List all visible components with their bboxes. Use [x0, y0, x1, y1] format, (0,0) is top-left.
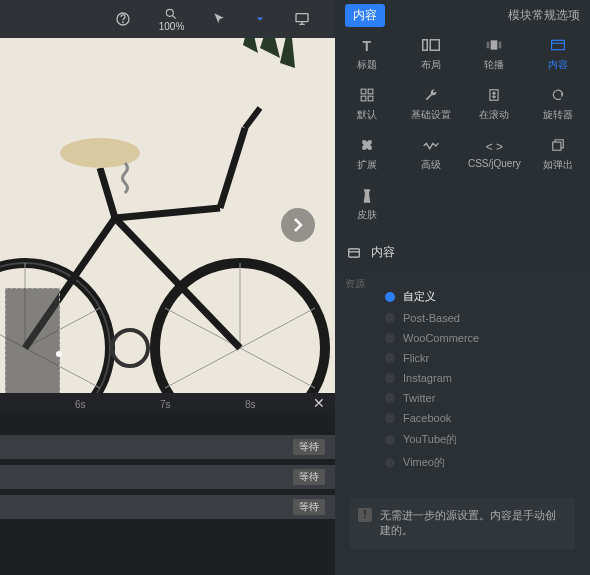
- tab-标题[interactable]: T标题: [335, 30, 399, 80]
- svg-rect-29: [499, 42, 502, 49]
- layout-icon: [422, 38, 440, 54]
- section-header-content[interactable]: 内容: [335, 234, 590, 271]
- timeline-tracks[interactable]: 等待 等待 等待: [0, 415, 335, 575]
- source-option[interactable]: YouTube的: [385, 428, 580, 451]
- tab-label: 标题: [357, 58, 377, 72]
- tab-CSS/jQuery[interactable]: < >CSS/jQuery: [463, 130, 527, 180]
- content-section-icon: [347, 246, 361, 260]
- svg-rect-34: [361, 96, 366, 101]
- radio-icon: [385, 373, 395, 383]
- source-options: 资源 自定义Post-BasedWooCommerceFlickrInstagr…: [335, 271, 590, 488]
- code-icon: < >: [486, 138, 503, 154]
- dropdown-tool[interactable]: [254, 13, 266, 25]
- help-icon[interactable]: [115, 11, 131, 27]
- tab-扩展[interactable]: 扩展: [335, 130, 399, 180]
- svg-rect-27: [491, 40, 498, 49]
- zoom-tool[interactable]: 100%: [159, 7, 185, 32]
- radio-icon: [385, 413, 395, 423]
- tab-grid: T标题布局轮播内容默认基础设置在滚动旋转器扩展高级< >CSS/jQuery如弹…: [335, 30, 590, 230]
- source-option[interactable]: Flickr: [385, 348, 580, 368]
- tab-label: 布局: [421, 58, 441, 72]
- radio-icon: [385, 458, 395, 468]
- carousel-icon: [486, 38, 502, 54]
- pointer-tool[interactable]: [212, 12, 226, 26]
- desktop-icon[interactable]: [294, 11, 310, 27]
- radio-icon: [385, 313, 395, 323]
- svg-rect-28: [487, 42, 490, 49]
- info-text: 无需进一步的源设置。内容是手动创建的。: [380, 509, 556, 536]
- tab-轮播[interactable]: 轮播: [463, 30, 527, 80]
- track-row[interactable]: 等待: [0, 435, 335, 459]
- svg-rect-26: [430, 40, 439, 51]
- track-row[interactable]: 等待: [0, 465, 335, 489]
- source-option[interactable]: Twitter: [385, 388, 580, 408]
- tab-label: 高级: [421, 158, 441, 172]
- popup-icon: [551, 138, 565, 154]
- radio-icon: [385, 393, 395, 403]
- option-label: YouTube的: [403, 432, 457, 447]
- T-icon: T: [363, 38, 372, 54]
- wrench-icon: [424, 88, 438, 104]
- option-label: 自定义: [403, 289, 436, 304]
- tab-旋转器[interactable]: 旋转器: [526, 80, 590, 130]
- source-option[interactable]: WooCommerce: [385, 328, 580, 348]
- tab-label: 如弹出: [543, 158, 573, 172]
- radio-icon: [385, 353, 395, 363]
- tab-布局[interactable]: 布局: [399, 30, 463, 80]
- close-icon[interactable]: ✕: [313, 395, 325, 411]
- tab-label: 在滚动: [479, 108, 509, 122]
- tab-如弹出[interactable]: 如弹出: [526, 130, 590, 180]
- source-label: 资源: [345, 277, 365, 291]
- option-label: Twitter: [403, 392, 435, 404]
- wave-icon: [423, 138, 439, 154]
- svg-rect-30: [552, 40, 565, 49]
- section-title: 内容: [371, 244, 395, 261]
- radio-icon: [385, 435, 395, 445]
- spinner-icon: [551, 88, 565, 104]
- scroll-icon: [487, 88, 501, 104]
- option-label: Instagram: [403, 372, 452, 384]
- track-badge: 等待: [293, 499, 325, 515]
- panel-subtitle: 模块常规选项: [508, 7, 580, 24]
- svg-point-1: [122, 22, 123, 23]
- svg-rect-38: [349, 248, 360, 256]
- panel-title-pill[interactable]: 内容: [345, 4, 385, 27]
- info-icon: !: [358, 508, 372, 522]
- option-label: Flickr: [403, 352, 429, 364]
- radio-icon: [385, 333, 395, 343]
- svg-rect-25: [422, 40, 427, 51]
- track-row[interactable]: 等待: [0, 495, 335, 519]
- option-label: Vimeo的: [403, 455, 445, 470]
- svg-rect-37: [553, 142, 561, 150]
- tab-在滚动[interactable]: 在滚动: [463, 80, 527, 130]
- source-option[interactable]: Vimeo的: [385, 451, 580, 474]
- svg-point-2: [167, 9, 174, 16]
- source-option[interactable]: Facebook: [385, 408, 580, 428]
- tab-皮肤[interactable]: 皮肤: [335, 180, 399, 230]
- info-box: ! 无需进一步的源设置。内容是手动创建的。: [350, 498, 575, 549]
- puzzle-icon: [360, 138, 374, 154]
- source-option[interactable]: 自定义: [385, 285, 580, 308]
- option-label: Post-Based: [403, 312, 460, 324]
- tab-label: 扩展: [357, 158, 377, 172]
- radio-icon: [385, 292, 395, 302]
- option-label: Facebook: [403, 412, 451, 424]
- tab-基础设置[interactable]: 基础设置: [399, 80, 463, 130]
- selection-box[interactable]: [5, 288, 60, 393]
- tab-默认[interactable]: 默认: [335, 80, 399, 130]
- track-badge: 等待: [293, 439, 325, 455]
- canvas[interactable]: [0, 38, 335, 393]
- tab-label: 轮播: [484, 58, 504, 72]
- tab-内容[interactable]: 内容: [526, 30, 590, 80]
- source-option[interactable]: Instagram: [385, 368, 580, 388]
- tab-label: 皮肤: [357, 208, 377, 222]
- timeline-ruler[interactable]: 6s 7s 8s ✕: [0, 393, 335, 415]
- svg-rect-32: [361, 89, 366, 94]
- source-option[interactable]: Post-Based: [385, 308, 580, 328]
- skin-icon: [361, 188, 373, 204]
- content-icon: [551, 38, 565, 54]
- tab-label: 旋转器: [543, 108, 573, 122]
- track-badge: 等待: [293, 469, 325, 485]
- tab-高级[interactable]: 高级: [399, 130, 463, 180]
- svg-rect-3: [296, 14, 308, 22]
